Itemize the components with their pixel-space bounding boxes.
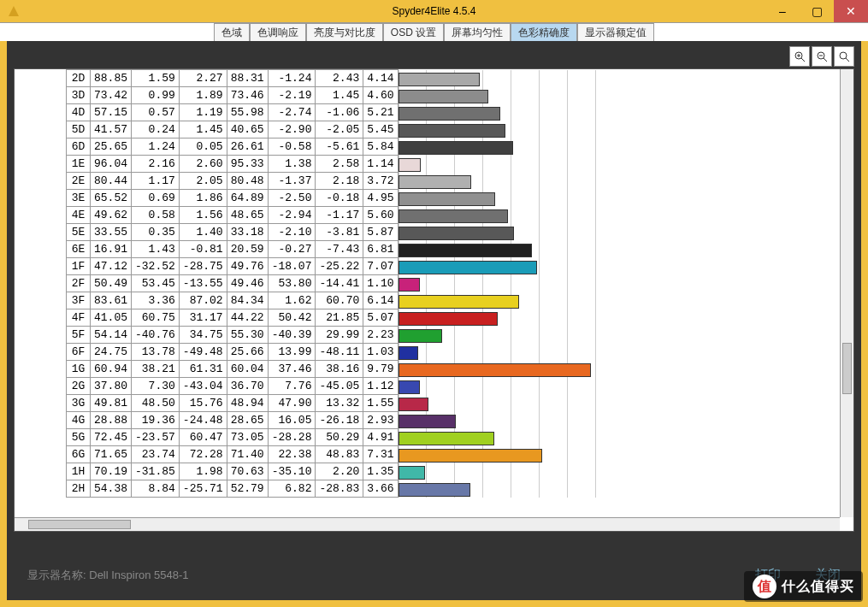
value-bar (399, 346, 419, 360)
zoom-reset-button[interactable] (834, 46, 854, 67)
content-area: 2D88.851.592.2788.31-1.242.434.143D73.42… (14, 68, 854, 532)
svg-line-1 (801, 58, 805, 62)
table-row: 2D88.851.592.2788.31-1.242.434.14 (67, 70, 655, 87)
value-bar (399, 107, 501, 121)
table-row: 5F54.14-40.7634.7555.30-40.3929.992.23 (67, 327, 655, 344)
tab-色域[interactable]: 色域 (214, 23, 250, 41)
value-bar (399, 329, 442, 343)
tab-色调响应[interactable]: 色调响应 (250, 23, 306, 41)
table-row: 1H70.19-31.851.9870.63-35.102.201.35 (67, 463, 655, 480)
svg-line-5 (824, 58, 827, 62)
table-row: 6D25.651.240.0526.61-0.58-5.615.84 (67, 138, 655, 156)
titlebar: Spyder4Elite 4.5.4 – ▢ ✕ (0, 0, 868, 22)
horizontal-scrollbar[interactable] (15, 517, 840, 531)
table-row: 5E33.550.351.4033.18-2.10-3.815.87 (67, 224, 655, 241)
footer: 显示器名称: Dell Inspiron 5548-1 打印 关闭 (27, 567, 841, 583)
table-row: 6F24.7513.78-49.4825.6613.99-48.111.03 (67, 344, 655, 361)
tab-色彩精确度[interactable]: 色彩精确度 (511, 23, 577, 41)
table-row: 1E96.042.162.6095.331.382.581.14 (67, 156, 655, 173)
table-row: 5G72.45-23.5760.4773.05-28.2850.294.91 (67, 429, 655, 446)
maximize-button[interactable]: ▢ (800, 0, 834, 22)
table-row: 2E80.441.172.0580.48-1.372.183.72 (67, 173, 655, 190)
tabs-bar: 色域色调响应亮度与对比度OSD 设置屏幕均匀性色彩精确度显示器额定值 (0, 22, 868, 41)
watermark-text: 什么值得买 (782, 578, 854, 596)
value-bar (399, 192, 496, 206)
watermark-badge: 值 (753, 575, 776, 598)
view-toolbar (789, 46, 854, 67)
value-bar (399, 90, 489, 103)
table-row: 3F83.613.3687.0284.341.6260.706.14 (67, 292, 655, 309)
table-row: 4G28.8819.36-24.4828.6516.05-26.182.93 (67, 412, 655, 429)
table-row: 4E49.620.581.5648.65-2.94-1.175.60 (67, 207, 655, 224)
value-bar (399, 398, 429, 411)
table-row: 3D73.420.991.8973.46-2.191.454.60 (67, 87, 655, 104)
table-row: 2G37.807.30-43.0436.707.76-45.051.12 (67, 378, 655, 395)
table-row: 3E65.520.691.8664.89-2.50-0.184.95 (67, 190, 655, 207)
value-bar (399, 124, 505, 138)
table-row: 6E16.911.43-0.8120.59-0.27-7.436.81 (67, 241, 655, 258)
zoom-out-icon (816, 50, 828, 62)
zoom-reset-icon (838, 50, 850, 62)
tab-OSD 设置[interactable]: OSD 设置 (383, 23, 444, 41)
svg-line-8 (846, 58, 849, 62)
table-row: 6G71.6523.7472.2871.4022.3848.837.31 (67, 446, 655, 463)
zoom-in-button[interactable] (789, 46, 810, 67)
data-table: 2D88.851.592.2788.31-1.242.434.143D73.42… (66, 69, 655, 498)
value-bar (399, 175, 472, 189)
value-bar (399, 141, 513, 155)
window-title: Spyder4Elite 4.5.4 (392, 5, 475, 17)
table-row: 4D57.150.571.1955.98-2.74-1.065.21 (67, 104, 655, 121)
table-row: 1G60.9438.2161.3160.0437.4638.169.79 (67, 361, 655, 378)
tab-屏幕均匀性[interactable]: 屏幕均匀性 (444, 23, 511, 41)
value-bar (399, 158, 421, 172)
table-row: 1F47.12-32.52-28.7549.76-18.07-25.227.07 (67, 258, 655, 275)
value-bar (399, 449, 542, 463)
table-row: 4F41.0560.7531.1744.2250.4221.855.07 (67, 309, 655, 327)
table-row: 3G49.8148.5015.7648.9447.9013.321.55 (67, 395, 655, 412)
tab-亮度与对比度[interactable]: 亮度与对比度 (306, 23, 383, 41)
value-bar (399, 466, 425, 480)
monitor-name: Dell Inspiron 5548-1 (89, 569, 188, 581)
svg-point-7 (840, 52, 847, 59)
value-bar (399, 380, 421, 394)
app-icon (7, 4, 21, 18)
value-bar (399, 73, 480, 86)
value-bar (399, 209, 509, 223)
value-bar (399, 415, 456, 428)
value-bar (399, 432, 495, 445)
watermark: 值 什么值得买 (744, 571, 863, 602)
vertical-scrollbar[interactable] (840, 69, 853, 517)
value-bar (399, 278, 420, 292)
value-bar (399, 295, 519, 309)
value-bar (399, 483, 470, 497)
close-button[interactable]: ✕ (834, 0, 868, 22)
zoom-in-icon (794, 50, 806, 62)
value-bar (399, 261, 538, 274)
table-row: 5D41.570.241.4540.65-2.90-2.055.45 (67, 121, 655, 138)
monitor-label: 显示器名称: (27, 569, 86, 581)
main-frame: 2D88.851.592.2788.31-1.242.434.143D73.42… (7, 41, 861, 600)
value-bar (399, 312, 499, 326)
table-row: 2F50.4953.45-13.5549.4653.80-14.411.10 (67, 275, 655, 292)
value-bar (399, 227, 514, 240)
value-bar (399, 363, 591, 377)
value-bar (399, 244, 533, 257)
table-row: 2H54.388.84-25.7152.796.82-28.833.66 (67, 480, 655, 498)
tab-显示器额定值[interactable]: 显示器额定值 (577, 23, 654, 41)
zoom-out-button[interactable] (812, 46, 832, 67)
minimize-button[interactable]: – (765, 0, 800, 22)
